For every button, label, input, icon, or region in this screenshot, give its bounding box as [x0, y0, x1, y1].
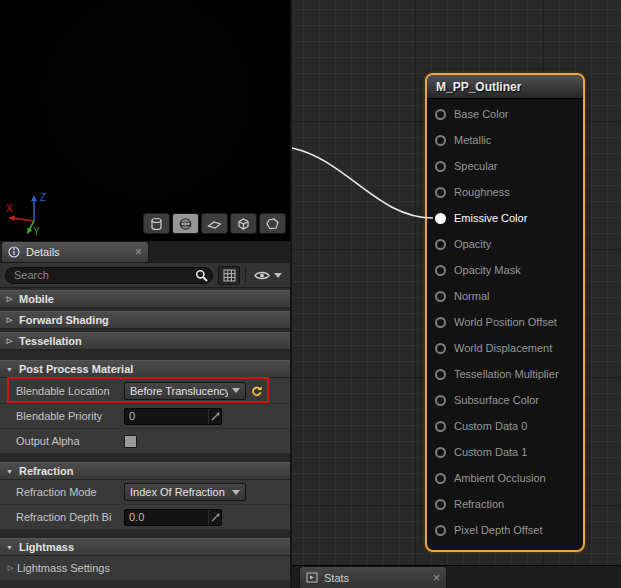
reset-to-default-button[interactable]	[251, 385, 263, 397]
cube-icon	[236, 217, 251, 231]
pin-circle-icon[interactable]	[435, 525, 446, 536]
pin-refraction[interactable]: Refraction	[427, 491, 583, 517]
pin-circle-icon[interactable]	[435, 473, 446, 484]
category-post-process-material[interactable]: Post Process Material	[0, 360, 290, 378]
tab-stats[interactable]: Stats ×	[299, 566, 447, 588]
tab-details[interactable]: Details ×	[1, 241, 149, 262]
search-input[interactable]	[5, 267, 213, 284]
node-header[interactable]: M_PP_Outliner	[427, 75, 583, 99]
pin-circle-icon[interactable]	[435, 499, 446, 510]
property-label: Output Alpha	[16, 435, 124, 447]
svg-text:Y: Y	[33, 226, 40, 237]
preview-shape-sphere-button[interactable]	[172, 213, 199, 234]
output-alpha-checkbox[interactable]	[124, 435, 137, 448]
custom-mesh-icon	[265, 217, 280, 231]
tab-label: Details	[26, 246, 60, 258]
pin-opacity[interactable]: Opacity	[427, 231, 583, 257]
section-spacer	[0, 350, 290, 360]
pin-tessellation-multiplier[interactable]: Tessellation Multiplier	[427, 361, 583, 387]
search-icon	[195, 269, 208, 282]
pin-circle-icon[interactable]	[435, 291, 446, 302]
preview-shape-plane-button[interactable]	[201, 213, 228, 234]
pin-base-color[interactable]: Base Color	[427, 101, 583, 127]
blendable-priority-field	[124, 408, 222, 425]
material-result-node[interactable]: M_PP_Outliner Base Color Metallic Specul…	[425, 73, 585, 552]
pin-label: World Displacement	[454, 342, 552, 354]
pin-world-displacement[interactable]: World Displacement	[427, 335, 583, 361]
category-mobile[interactable]: Mobile	[0, 290, 290, 308]
cylinder-icon	[149, 217, 164, 231]
plane-icon	[207, 217, 222, 231]
pin-custom-data-1[interactable]: Custom Data 1	[427, 439, 583, 465]
pin-circle-icon[interactable]	[435, 369, 446, 380]
chevron-down-icon	[232, 388, 240, 393]
tab-label: Stats	[324, 572, 349, 584]
close-tab-icon[interactable]: ×	[433, 572, 440, 584]
property-label: Lightmass Settings	[17, 562, 125, 574]
eye-icon	[254, 270, 270, 281]
pin-normal[interactable]: Normal	[427, 283, 583, 309]
close-tab-icon[interactable]: ×	[135, 246, 142, 258]
pin-opacity-mask[interactable]: Opacity Mask	[427, 257, 583, 283]
lightmass-settings-row[interactable]: Lightmass Settings	[0, 556, 290, 581]
refraction-mode-dropdown[interactable]: Index Of Refraction	[124, 483, 246, 501]
node-title: M_PP_Outliner	[436, 80, 521, 94]
pin-circle-icon[interactable]	[435, 395, 446, 406]
blendable-priority-input[interactable]	[125, 410, 208, 422]
category-refraction[interactable]: Refraction	[0, 462, 290, 480]
property-label: Blendable Location	[16, 385, 124, 397]
category-lightmass[interactable]: Lightmass	[0, 538, 290, 556]
pin-circle-icon[interactable]	[435, 187, 446, 198]
view-options-button[interactable]	[251, 266, 285, 285]
node-body: Base Color Metallic Specular Roughness E…	[427, 99, 583, 550]
pin-circle-icon[interactable]	[435, 109, 446, 120]
preview-shape-mesh-button[interactable]	[259, 213, 286, 234]
pin-circle-icon[interactable]	[435, 239, 446, 250]
category-label: Refraction	[19, 465, 73, 477]
category-label: Mobile	[19, 293, 54, 305]
pin-pixel-depth-offset[interactable]: Pixel Depth Offset	[427, 517, 583, 543]
preview-shape-cube-button[interactable]	[230, 213, 257, 234]
pin-subsurface-color[interactable]: Subsurface Color	[427, 387, 583, 413]
pin-circle-icon[interactable]	[435, 343, 446, 354]
pin-specular[interactable]: Specular	[427, 153, 583, 179]
pin-world-position-offset[interactable]: World Position Offset	[427, 309, 583, 335]
details-panel: Details × Mobile	[0, 241, 290, 588]
expander-arrow-icon	[5, 544, 14, 551]
blendable-location-row: Blendable Location Before Translucency	[0, 378, 290, 404]
value-slider-grip-icon[interactable]	[208, 409, 221, 424]
preview-shape-cylinder-button[interactable]	[143, 213, 170, 234]
pin-circle-icon[interactable]	[435, 317, 446, 328]
refraction-depth-bias-input[interactable]	[125, 511, 208, 523]
pin-circle-icon[interactable]	[435, 135, 446, 146]
svg-text:X: X	[6, 203, 13, 214]
material-editor-window: Z X Y	[0, 0, 621, 588]
pin-label: Ambient Occlusion	[454, 472, 546, 484]
category-forward-shading[interactable]: Forward Shading	[0, 311, 290, 329]
pin-circle-icon[interactable]	[435, 213, 446, 224]
pin-ambient-occlusion[interactable]: Ambient Occlusion	[427, 465, 583, 491]
refraction-mode-row: Refraction Mode Index Of Refraction	[0, 480, 290, 505]
pin-circle-icon[interactable]	[435, 447, 446, 458]
pin-label: Specular	[454, 160, 497, 172]
value-slider-grip-icon[interactable]	[208, 510, 221, 525]
material-preview-viewport[interactable]: Z X Y	[0, 0, 290, 241]
material-graph-canvas[interactable]: M_PP_Outliner Base Color Metallic Specul…	[292, 0, 621, 588]
category-tessellation[interactable]: Tessellation	[0, 332, 290, 350]
pin-circle-icon[interactable]	[435, 161, 446, 172]
pin-roughness[interactable]: Roughness	[427, 179, 583, 205]
details-search-row	[0, 263, 290, 288]
preview-shape-toolbar	[143, 213, 286, 234]
category-label: Tessellation	[19, 335, 82, 347]
pin-circle-icon[interactable]	[435, 421, 446, 432]
pin-emissive-color[interactable]: Emissive Color	[427, 205, 583, 231]
pin-label: Normal	[454, 290, 489, 302]
pin-metallic[interactable]: Metallic	[427, 127, 583, 153]
pin-custom-data-0[interactable]: Custom Data 0	[427, 413, 583, 439]
blendable-location-dropdown[interactable]: Before Translucency	[124, 382, 246, 400]
pin-circle-icon[interactable]	[435, 265, 446, 276]
axis-gizmo-icon: Z X Y	[4, 185, 56, 237]
refraction-depth-bias-row: Refraction Depth Bi	[0, 505, 290, 530]
svg-text:Z: Z	[40, 192, 46, 203]
property-matrix-button[interactable]	[218, 266, 240, 285]
